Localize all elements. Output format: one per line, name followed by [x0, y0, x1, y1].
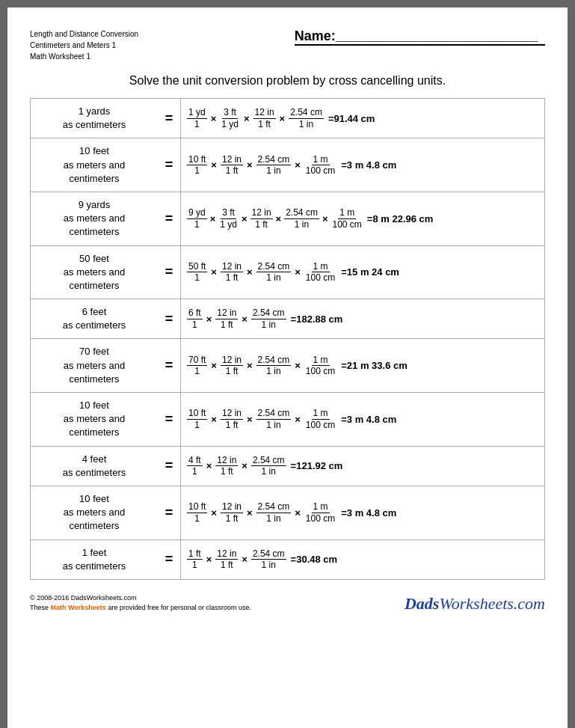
problem-label: 1 yards as centimeters: [31, 99, 158, 138]
problem-formula: 10 ft1 × 12 in1 ft × 2.54 cm1 in × 1 m10…: [180, 138, 544, 192]
problem-label: 1 feet as centimeters: [31, 540, 158, 579]
problem-label: 10 feet as meters and centimeters: [31, 486, 158, 539]
worksheet-title-line1: Length and Distance Conversion: [30, 28, 138, 40]
equals-sign: =: [158, 138, 180, 192]
problem-formula: 6 ft1 × 12 in1 ft × 2.54 cm1 in =182.88 …: [180, 299, 544, 338]
equals-sign: =: [158, 447, 180, 486]
problem-row: 70 feet as meters and centimeters = 70 f…: [30, 339, 545, 393]
problem-row: 1 feet as centimeters = 1 ft1 × 12 in1 f…: [30, 540, 545, 580]
problem-row: 4 feet as centimeters = 4 ft1 × 12 in1 f…: [30, 447, 545, 486]
copyright-text: © 2008-2016 DadsWorksheets.com: [30, 593, 251, 604]
worksheet-instruction: Solve the unit conversion problem by cro…: [30, 74, 545, 88]
footer-logo: DadsWorksheets.com: [405, 594, 545, 614]
equals-sign: =: [158, 192, 180, 245]
problem-formula: 1 ft1 × 12 in1 ft × 2.54 cm1 in =30.48 c…: [180, 540, 544, 579]
footer: © 2008-2016 DadsWorksheets.com These Mat…: [30, 593, 545, 614]
problem-row: 50 feet as meters and centimeters = 50 f…: [30, 246, 545, 300]
equals-sign: =: [158, 486, 180, 539]
problem-label: 10 feet as meters and centimeters: [31, 138, 158, 192]
worksheet-page: Length and Distance Conversion Centimete…: [7, 7, 568, 728]
problem-row: 9 yards as meters and centimeters = 9 yd…: [30, 192, 545, 246]
problem-formula: 9 yd1 × 3 ft1 yd × 12 in1 ft × 2.54 cm1 …: [180, 192, 544, 245]
problem-formula: 1 yd1 × 3 ft1 yd × 12 in1 ft × 2.54 cm1 …: [180, 99, 544, 138]
problem-row: 1 yards as centimeters = 1 yd1 × 3 ft1 y…: [30, 98, 545, 138]
footer-copyright: © 2008-2016 DadsWorksheets.com These Mat…: [30, 593, 251, 614]
equals-sign: =: [158, 393, 180, 446]
problem-row: 10 feet as meters and centimeters = 10 f…: [30, 138, 545, 192]
problem-label: 70 feet as meters and centimeters: [31, 339, 158, 392]
problem-formula: 10 ft1 × 12 in1 ft × 2.54 cm1 in × 1 m10…: [180, 393, 544, 446]
problem-formula: 50 ft1 × 12 in1 ft × 2.54 cm1 in × 1 m10…: [180, 246, 544, 299]
problem-row: 10 feet as meters and centimeters = 10 f…: [30, 486, 545, 540]
worksheet-title-line3: Math Worksheet 1: [30, 51, 138, 62]
equals-sign: =: [158, 299, 180, 338]
equals-sign: =: [158, 540, 180, 579]
equals-sign: =: [158, 339, 180, 392]
problem-label: 4 feet as centimeters: [31, 447, 158, 486]
problem-label: 50 feet as meters and centimeters: [31, 246, 158, 299]
problem-label: 10 feet as meters and centimeters: [31, 393, 158, 446]
problem-formula: 4 ft1 × 12 in1 ft × 2.54 cm1 in =121.92 …: [180, 447, 544, 486]
equals-sign: =: [158, 246, 180, 299]
problem-label: 9 yards as meters and centimeters: [31, 192, 158, 245]
problem-formula: 70 ft1 × 12 in1 ft × 2.54 cm1 in × 1 m10…: [180, 339, 544, 392]
problem-label: 6 feet as centimeters: [31, 299, 158, 338]
problem-row: 10 feet as meters and centimeters = 10 f…: [30, 393, 545, 447]
problem-formula: 10 ft1 × 12 in1 ft × 2.54 cm1 in × 1 m10…: [180, 486, 544, 539]
header: Length and Distance Conversion Centimete…: [30, 28, 545, 62]
problems-container: 1 yards as centimeters = 1 yd1 × 3 ft1 y…: [30, 98, 545, 580]
problem-row: 6 feet as centimeters = 6 ft1 × 12 in1 f…: [30, 299, 545, 339]
header-left: Length and Distance Conversion Centimete…: [30, 28, 138, 62]
footer-note: These Math Worksheets are provided free …: [30, 603, 251, 614]
equals-sign: =: [158, 99, 180, 138]
name-field: Name:___________________________: [295, 28, 545, 46]
worksheet-title-line2: Centimeters and Meters 1: [30, 40, 138, 51]
